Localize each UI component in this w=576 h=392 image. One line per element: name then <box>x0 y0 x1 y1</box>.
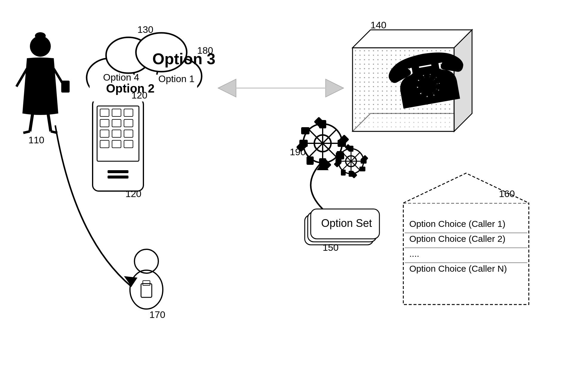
svg-rect-12 <box>100 109 109 116</box>
svg-rect-13 <box>112 109 121 116</box>
svg-rect-25 <box>108 176 128 179</box>
svg-rect-16 <box>112 119 121 127</box>
svg-text:140: 140 <box>370 20 386 30</box>
svg-rect-68 <box>349 171 353 177</box>
svg-text:110: 110 <box>28 135 44 145</box>
svg-rect-74 <box>341 170 346 176</box>
svg-rect-69 <box>361 159 367 164</box>
svg-rect-22 <box>112 140 121 148</box>
svg-line-2 <box>16 69 27 87</box>
svg-point-30 <box>106 37 151 73</box>
svg-text:190: 190 <box>290 147 306 157</box>
diagram-arrows: 110 120 Option 3 Opt <box>0 0 576 392</box>
svg-rect-21 <box>100 140 109 148</box>
svg-rect-100 <box>143 281 150 285</box>
svg-rect-11 <box>97 106 139 161</box>
svg-line-5 <box>30 112 33 131</box>
svg-rect-52 <box>338 140 346 147</box>
svg-rect-55 <box>336 152 344 159</box>
svg-rect-73 <box>350 171 357 179</box>
svg-text:120: 120 <box>125 188 141 199</box>
svg-rect-20 <box>124 130 133 137</box>
svg-rect-77 <box>345 144 352 151</box>
svg-text:180: 180 <box>197 45 213 56</box>
svg-rect-76 <box>337 151 343 156</box>
svg-text:Option 3: Option 3 <box>152 50 215 67</box>
svg-line-64 <box>309 130 336 157</box>
svg-point-28 <box>87 58 134 97</box>
svg-rect-18 <box>100 130 109 137</box>
svg-rect-67 <box>349 146 353 152</box>
svg-line-3 <box>54 69 63 84</box>
svg-rect-23 <box>124 140 133 148</box>
svg-marker-46 <box>326 79 344 97</box>
svg-rect-40 <box>353 48 454 131</box>
svg-point-29 <box>157 58 202 94</box>
svg-point-31 <box>136 33 187 72</box>
svg-line-7 <box>23 131 30 133</box>
svg-rect-4 <box>61 81 70 93</box>
svg-point-65 <box>338 149 364 174</box>
svg-point-48 <box>303 124 342 163</box>
svg-rect-85 <box>311 209 379 239</box>
svg-text:Option Choice (Caller 1): Option Choice (Caller 1) <box>409 219 505 229</box>
svg-rect-19 <box>112 130 121 137</box>
svg-rect-50 <box>319 120 326 128</box>
svg-rect-72 <box>359 167 365 171</box>
svg-text:Option 1: Option 1 <box>158 73 194 84</box>
svg-point-66 <box>346 156 356 167</box>
svg-text:170: 170 <box>149 309 165 320</box>
svg-point-27 <box>108 42 185 96</box>
svg-text:Option 4: Option 4 <box>103 72 139 83</box>
svg-line-6 <box>48 112 51 131</box>
svg-rect-56 <box>321 159 332 170</box>
svg-point-98 <box>130 270 163 309</box>
svg-text:160: 160 <box>499 188 515 199</box>
svg-text:120: 120 <box>131 90 147 101</box>
svg-rect-32 <box>90 75 197 102</box>
svg-point-0 <box>30 36 51 57</box>
svg-marker-103 <box>317 161 329 170</box>
svg-rect-70 <box>336 159 341 164</box>
svg-rect-75 <box>334 160 341 167</box>
svg-rect-58 <box>296 141 307 152</box>
svg-text:....: .... <box>409 249 419 259</box>
svg-rect-14 <box>124 109 133 116</box>
svg-text:Option Set: Option Set <box>321 217 372 229</box>
svg-rect-42 <box>353 49 453 130</box>
svg-point-97 <box>134 249 158 273</box>
svg-rect-10 <box>93 99 143 191</box>
svg-text:Option Choice (Caller 2): Option Choice (Caller 2) <box>409 234 505 244</box>
svg-rect-15 <box>100 119 109 127</box>
svg-marker-102 <box>124 276 137 287</box>
svg-line-8 <box>51 131 57 133</box>
svg-rect-88 <box>403 203 529 305</box>
svg-rect-57 <box>307 156 314 165</box>
svg-text:☎: ☎ <box>379 38 473 124</box>
svg-rect-60 <box>314 117 325 128</box>
svg-line-81 <box>342 152 360 170</box>
svg-text:Option Choice (Caller N): Option Choice (Caller N) <box>409 264 507 273</box>
svg-rect-51 <box>319 158 326 167</box>
svg-point-1 <box>35 32 46 39</box>
svg-rect-17 <box>124 119 133 127</box>
svg-rect-83 <box>305 215 373 245</box>
svg-rect-99 <box>141 284 152 297</box>
svg-text:150: 150 <box>323 242 338 253</box>
svg-line-80 <box>342 152 360 170</box>
svg-line-63 <box>309 130 336 157</box>
svg-rect-59 <box>301 127 310 134</box>
diagram: 110 120 Option 3 Opt <box>0 0 576 392</box>
svg-rect-71 <box>361 155 368 162</box>
svg-text:130: 130 <box>137 24 153 35</box>
svg-rect-53 <box>299 140 308 147</box>
svg-point-49 <box>314 135 331 152</box>
svg-rect-24 <box>108 170 128 173</box>
svg-marker-45 <box>218 79 236 97</box>
svg-rect-54 <box>338 134 349 145</box>
svg-text:Option 2: Option 2 <box>106 82 154 95</box>
svg-rect-84 <box>308 212 376 242</box>
